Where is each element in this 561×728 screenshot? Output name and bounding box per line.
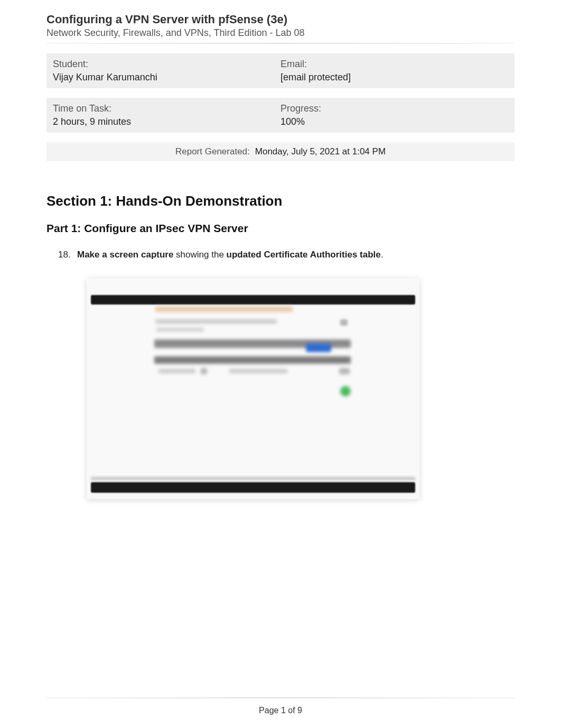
student-label: Student: [53, 59, 280, 70]
progress-label: Progress: [280, 103, 508, 114]
screenshot-add-icon [340, 386, 351, 397]
part-title: Part 1: Configure an IPsec VPN Server [46, 222, 515, 235]
step-instruction: Make a screen capture showing the update… [77, 250, 384, 260]
footer-divider [46, 697, 515, 698]
report-generated-row: Report Generated: Monday, July 5, 2021 a… [46, 142, 515, 161]
report-value: Monday, July 5, 2021 at 1:04 PM [255, 146, 386, 157]
page-title: Configuring a VPN Server with pfSense (3… [46, 13, 515, 26]
page-subtitle: Network Security, Firewalls, and VPNs, T… [46, 27, 515, 39]
screenshot-band [154, 356, 351, 364]
screenshot-bottombar [91, 482, 415, 493]
screenshot-line [201, 368, 207, 374]
step-bold-1: Make a screen capture [77, 250, 173, 260]
screenshot-line [91, 477, 415, 480]
screenshot-line [155, 319, 277, 324]
time-label: Time on Task: [53, 103, 280, 114]
screenshot-line [158, 369, 195, 373]
screenshot-line [340, 319, 348, 326]
step-row: 18. Make a screen capture showing the up… [58, 250, 515, 260]
student-value: Vijay Kumar Karumanchi [53, 72, 280, 83]
student-email-block: Student: Vijay Kumar Karumanchi Email: [… [46, 53, 515, 88]
step-end: . [381, 250, 384, 260]
screenshot-ribbon [155, 307, 293, 312]
time-value: 2 hours, 9 minutes [53, 116, 280, 127]
email-value: [email protected] [280, 72, 508, 83]
step-number: 18. [58, 250, 77, 260]
step-mid: showing the [173, 250, 226, 260]
screenshot-topbar [91, 295, 415, 305]
email-label: Email: [280, 59, 508, 70]
screenshot-blue-badge [306, 344, 331, 352]
report-label: Report Generated: [175, 146, 250, 157]
step-bold-2: updated Certificate Authorities table [227, 250, 381, 260]
screenshot-line [156, 328, 204, 331]
header-divider [46, 43, 515, 44]
page-number: Page 1 of 9 [0, 706, 561, 715]
screenshot-line [339, 368, 350, 374]
screenshot-preview [87, 278, 419, 499]
time-progress-block: Time on Task: 2 hours, 9 minutes Progres… [46, 98, 515, 133]
progress-value: 100% [280, 116, 508, 127]
screenshot-line [229, 369, 287, 373]
section-title: Section 1: Hands-On Demonstration [46, 193, 515, 209]
